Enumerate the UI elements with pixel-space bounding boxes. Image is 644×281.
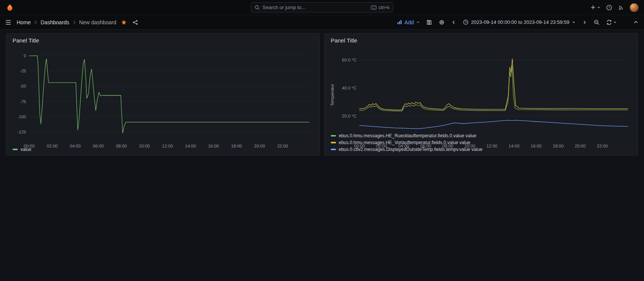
graph-bar-icon [397, 19, 402, 25]
svg-text:04:00: 04:00 [70, 144, 81, 148]
search-shortcut: ctrl+k [371, 5, 389, 10]
svg-text:18:00: 18:00 [231, 144, 242, 148]
share-icon [132, 19, 138, 25]
chevron-down-icon [416, 20, 420, 24]
refresh-button[interactable] [606, 19, 617, 25]
collapse-toolbar-button[interactable] [633, 19, 639, 25]
svg-text:10:00: 10:00 [464, 144, 475, 148]
svg-text:04:00: 04:00 [398, 144, 409, 148]
svg-text:02:00: 02:00 [47, 144, 58, 148]
svg-text:00:00: 00:00 [24, 144, 35, 148]
search-shortcut-label: ctrl+k [378, 5, 389, 10]
chevron-right-icon [582, 20, 587, 25]
plus-icon [590, 5, 596, 10]
svg-text:0: 0 [24, 53, 26, 58]
user-avatar[interactable] [630, 3, 639, 12]
svg-text:16:00: 16:00 [208, 144, 219, 148]
save-icon [426, 19, 432, 25]
grafana-logo[interactable] [5, 3, 14, 12]
zoom-out-button[interactable] [594, 19, 600, 25]
star-icon [121, 19, 127, 25]
svg-text:14:00: 14:00 [185, 144, 196, 148]
panel-left: Panel Title 0-25-50-75-100-12500:0002:00… [6, 33, 320, 155]
svg-text:06:00: 06:00 [93, 144, 104, 148]
svg-text:22:00: 22:00 [597, 144, 608, 148]
svg-text:08:00: 08:00 [442, 144, 453, 148]
chevron-right-icon [34, 20, 37, 25]
panel-title[interactable]: Panel Title [328, 36, 360, 45]
refresh-icon [606, 19, 612, 25]
search-bar[interactable]: ctrl+k [251, 2, 393, 13]
svg-text:12:00: 12:00 [486, 144, 497, 148]
svg-text:06:00: 06:00 [420, 144, 431, 148]
add-panel-button[interactable]: Add [397, 19, 420, 25]
svg-text:02:00: 02:00 [376, 144, 387, 148]
svg-text:20:00: 20:00 [254, 144, 265, 148]
time-range-label: 2023-09-14 00:00:00 to 2023-09-14 23:59:… [471, 19, 570, 25]
chevron-up-icon [633, 19, 639, 25]
breadcrumb: Home Dashboards New dashboard [17, 19, 116, 25]
hamburger-icon [5, 20, 11, 25]
panel-title[interactable]: Panel Title [10, 36, 41, 45]
rss-icon [618, 5, 624, 11]
share-button[interactable] [132, 19, 138, 25]
chevron-right-icon [73, 20, 76, 25]
help-button[interactable]: ? [606, 5, 612, 11]
save-dashboard-button[interactable] [426, 19, 432, 25]
svg-text:-125: -125 [17, 130, 26, 134]
svg-text:-100: -100 [17, 115, 26, 119]
search-input[interactable] [263, 5, 368, 10]
news-button[interactable] [618, 5, 624, 11]
favorite-star-button[interactable] [121, 19, 127, 25]
svg-text:12:00: 12:00 [162, 144, 173, 148]
chevron-down-icon [613, 20, 617, 24]
time-range-back-button[interactable] [451, 20, 456, 25]
chevron-down-icon [572, 20, 575, 24]
breadcrumb-home[interactable]: Home [17, 19, 31, 25]
svg-text:-25: -25 [20, 69, 26, 73]
svg-text:20:00: 20:00 [575, 144, 586, 148]
chevron-down-icon [597, 6, 600, 9]
svg-text:-50: -50 [20, 84, 26, 88]
time-series-chart[interactable]: 20.0 °C40.0 °C60.0 °C00:0002:0004:0006:0… [328, 45, 634, 132]
svg-text:16:00: 16:00 [531, 144, 542, 148]
dashboard-canvas: Panel Title 0-25-50-75-100-12500:0002:00… [0, 30, 644, 159]
svg-text:-75: -75 [20, 99, 26, 104]
clock-icon [463, 19, 469, 25]
grafana-flame-icon [6, 3, 14, 12]
keyboard-icon [371, 5, 377, 10]
new-menu-button[interactable] [590, 5, 600, 10]
mega-menu-button[interactable] [5, 20, 11, 25]
chevron-left-icon [451, 20, 456, 25]
time-range-picker[interactable]: 2023-09-14 00:00:00 to 2023-09-14 23:59:… [463, 19, 576, 25]
dashboard-toolbar: Home Dashboards New dashboard Add [0, 15, 644, 30]
top-nav-bar: ctrl+k ? [0, 0, 644, 15]
dashboard-settings-button[interactable] [439, 19, 445, 25]
svg-text:Temperatur: Temperatur [330, 84, 335, 106]
svg-text:10:00: 10:00 [139, 144, 150, 148]
zoom-out-icon [594, 19, 600, 25]
svg-text:00:00: 00:00 [354, 144, 365, 148]
svg-text:40.0 °C: 40.0 °C [342, 86, 356, 90]
topbar-actions: ? [590, 3, 639, 12]
chart-svg: 0-25-50-75-100-12500:0002:0004:0006:0008… [10, 45, 316, 151]
gear-icon [439, 19, 445, 25]
svg-text:14:00: 14:00 [509, 144, 520, 148]
breadcrumb-dashboards[interactable]: Dashboards [41, 19, 69, 25]
add-label: Add [405, 19, 414, 25]
time-range-forward-button[interactable] [582, 20, 587, 25]
toolbar-actions: Add 2023 [397, 19, 639, 25]
question-circle-icon: ? [606, 5, 612, 11]
svg-text:22:00: 22:00 [277, 144, 288, 148]
svg-text:18:00: 18:00 [553, 144, 564, 148]
search-icon [255, 5, 260, 10]
svg-text:?: ? [608, 6, 610, 9]
svg-text:60.0 °C: 60.0 °C [342, 58, 356, 62]
chart-svg: 20.0 °C40.0 °C60.0 °C00:0002:0004:0006:0… [328, 45, 634, 151]
svg-text:08:00: 08:00 [116, 144, 127, 148]
panel-right: Panel Title 20.0 °C40.0 °C60.0 °C00:0002… [324, 33, 638, 155]
breadcrumb-current: New dashboard [79, 19, 116, 25]
svg-text:20.0 °C: 20.0 °C [342, 114, 356, 118]
time-series-chart[interactable]: 0-25-50-75-100-12500:0002:0004:0006:0008… [10, 45, 316, 146]
